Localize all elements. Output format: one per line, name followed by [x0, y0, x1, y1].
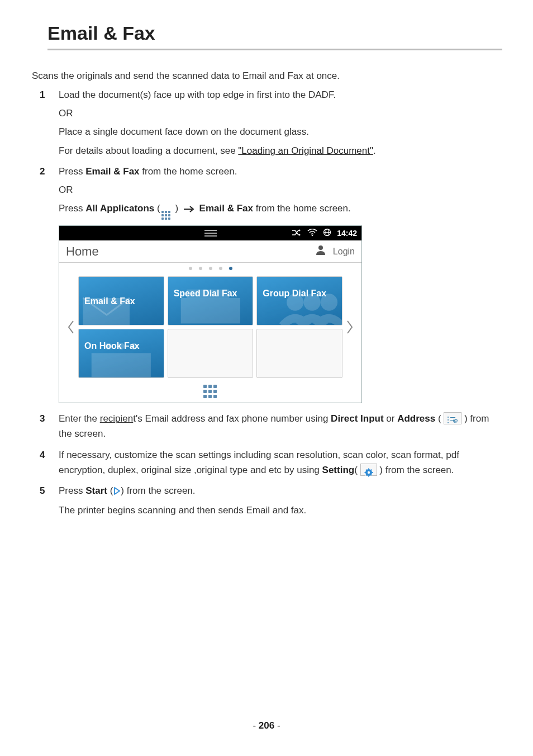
step-5-line-1: Press Start () from the screen. [59, 483, 502, 499]
intro-text: Scans the originals and send the scanned… [32, 70, 502, 82]
shuffle-icon [292, 226, 302, 241]
svg-point-1 [312, 234, 313, 236]
start-bold: Start [85, 485, 107, 496]
t: ( [154, 203, 160, 214]
t: ( [107, 485, 113, 496]
svg-line-31 [365, 469, 366, 470]
t: ( [354, 465, 360, 475]
device-screenshot: 14:42 Home Login [59, 225, 362, 403]
svg-line-34 [370, 469, 371, 470]
chevron-left-icon[interactable] [64, 319, 78, 335]
apps-grid-icon[interactable] [203, 385, 218, 398]
step-2-line-2: Press All Applicatons ( ) Email & Fax fr… [59, 201, 502, 220]
svg-rect-12 [92, 353, 151, 377]
tile-label: On Hook Fax [84, 341, 140, 351]
address-button-icon: @ [444, 412, 461, 424]
t: from the home screen. [140, 166, 237, 177]
svg-line-33 [365, 474, 366, 475]
svg-point-26 [367, 471, 369, 473]
arrow-right-icon [183, 202, 194, 217]
step-number: 1 [40, 87, 45, 102]
step-number: 3 [40, 411, 45, 426]
svg-point-5 [318, 245, 323, 250]
tile-blank[interactable] [168, 329, 254, 378]
direct-input-bold: Direct Input [331, 413, 383, 424]
t: - [253, 720, 258, 731]
all-apps-bold: All Applicatons [85, 203, 154, 214]
page-number: - 206 - [0, 720, 533, 731]
login-button[interactable]: Login [333, 244, 355, 259]
t: ) [173, 203, 178, 214]
t: from the home screen. [253, 203, 351, 214]
device-footer [59, 381, 361, 403]
apps-grid-icon [161, 211, 172, 220]
page-title: Email & Fax [47, 22, 502, 44]
address-bold: Address [397, 413, 435, 424]
t: or [384, 413, 398, 424]
step-1-l3-pre: For details about loading a document, se… [59, 145, 238, 156]
t: ( [435, 413, 444, 424]
t: - [274, 720, 280, 731]
status-bar: 14:42 [59, 226, 361, 240]
chevron-right-icon[interactable] [342, 319, 357, 335]
svg-marker-35 [115, 488, 120, 494]
tile-group-dial-fax[interactable]: Group Dial Fax [256, 276, 342, 325]
loading-doc-link[interactable]: "Loading an Original Document" [238, 145, 373, 156]
tile-blank[interactable] [256, 329, 342, 378]
step-number: 2 [40, 164, 45, 179]
page-number-value: 206 [259, 720, 274, 731]
tile-label: Group Dial Fax [263, 288, 326, 299]
step-3-line: Enter the recipient's Email address and … [59, 411, 502, 441]
step-number: 4 [40, 447, 45, 462]
step-1-line-3: For details about loading a document, se… [59, 143, 502, 158]
step-2-line-1: Press Email & Fax from the home screen. [59, 164, 502, 179]
t: Press [59, 485, 85, 496]
step-2: 2 Press Email & Fax from the home screen… [59, 164, 502, 403]
title-rule [47, 49, 502, 50]
setting-bold: Setting [322, 465, 355, 475]
t: Press [59, 203, 85, 214]
tile-grid: Email & Fax Speed Dial Fax Group Dial Fa… [78, 276, 342, 378]
tile-label: Email & Fax [84, 288, 135, 306]
wifi-icon [307, 226, 317, 241]
t: Enter the [59, 413, 100, 424]
step-4: 4 If necessary, customize the scan setti… [59, 447, 502, 478]
tile-label: Speed Dial Fax [174, 288, 237, 299]
recipient-underline: recipien [100, 413, 134, 424]
email-fax-bold-2: Email & Fax [199, 203, 253, 214]
t: t's Email address and fax phone number u… [133, 413, 331, 424]
home-label: Home [66, 242, 99, 261]
step-5-line-2: The printer begins scanning and then sen… [59, 503, 502, 518]
tile-area: Email & Fax Speed Dial Fax Group Dial Fa… [59, 274, 361, 381]
step-1-line-1: Load the document(s) face up with top ed… [59, 87, 502, 102]
email-fax-bold: Email & Fax [85, 166, 139, 177]
svg-rect-7 [180, 298, 240, 324]
step-1: 1 Load the document(s) face up with top … [59, 87, 502, 158]
tile-on-hook-fax[interactable]: On Hook Fax [78, 329, 164, 378]
page-dots [59, 263, 361, 274]
t: Press [59, 166, 85, 177]
step-1-line-2: Place a single document face down on the… [59, 124, 502, 139]
step-2-or: OR [59, 182, 502, 197]
svg-line-32 [370, 474, 371, 475]
step-5: 5 Press Start () from the screen. The pr… [59, 483, 502, 518]
header-bar: Home Login [59, 240, 361, 263]
user-icon [315, 244, 326, 259]
gear-button-icon [360, 464, 377, 476]
t: ) from the screen. [121, 485, 195, 496]
globe-icon [323, 226, 331, 241]
status-time: 14:42 [337, 227, 357, 239]
step-number: 5 [40, 483, 45, 498]
step-1-l3-post: . [373, 145, 376, 156]
t: ) from the screen. [377, 465, 454, 475]
step-4-line: If necessary, customize the scan setting… [59, 447, 502, 478]
step-1-or: OR [59, 106, 502, 121]
play-icon [113, 484, 120, 499]
tile-speed-dial-fax[interactable]: Speed Dial Fax [168, 276, 254, 325]
menu-lines-icon [204, 230, 217, 237]
tile-email-fax[interactable]: Email & Fax [78, 276, 164, 325]
step-3: 3 Enter the recipient's Email address an… [59, 411, 502, 441]
